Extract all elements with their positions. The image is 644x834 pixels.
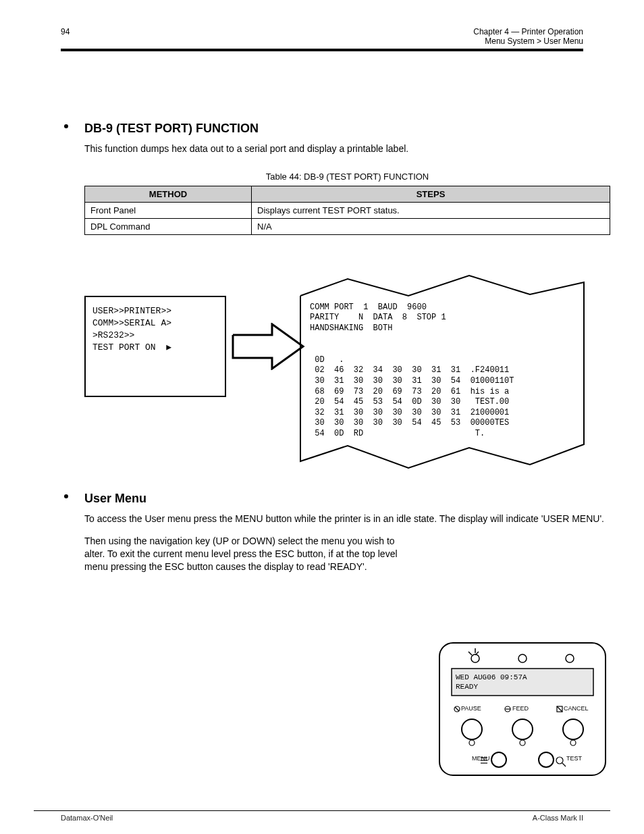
table-block: Table 44: DB-9 (TEST PORT) FUNCTION METH… (84, 172, 610, 235)
footer-rule (34, 810, 610, 811)
col-steps: STEPS (252, 186, 610, 202)
user-menu-paragraph-2: Then using the navigation key (UP or DOW… (84, 535, 408, 573)
cell-method: Front Panel (85, 202, 252, 218)
svg-point-25 (520, 740, 525, 746)
svg-point-11 (491, 752, 506, 767)
page: 94 Chapter 4 — Printer Operation Menu Sy… (0, 0, 644, 834)
cell-method: DPL Command (85, 218, 252, 234)
test-button-label: TEST (566, 755, 582, 762)
lcd-readout: USER>>PRINTER>> COMM>>SERIAL A> >RS232>>… (84, 296, 226, 397)
label-hex-dump: COMM PORT 1 BAUD 9600 PARITY N DATA 8 ST… (310, 303, 574, 440)
table-caption: Table 44: DB-9 (TEST PORT) FUNCTION (84, 172, 610, 182)
svg-point-22 (556, 757, 563, 764)
table-row: Front Panel Displays current TEST PORT s… (85, 202, 610, 218)
cell-steps: N/A (252, 218, 610, 234)
svg-point-26 (570, 740, 576, 746)
feed-button-label: FEED (512, 705, 529, 712)
svg-point-8 (462, 719, 482, 739)
bullet-icon (64, 494, 68, 498)
table-header-row: METHOD STEPS (85, 186, 610, 202)
chapter-title: Chapter 4 — Printer Operation (473, 27, 583, 36)
page-footer: Datamax-O'Neil A-Class Mark II (34, 810, 610, 814)
section-title-user-menu: User Menu (84, 492, 610, 506)
cell-steps: Displays current TEST PORT status. (252, 202, 610, 218)
config-table: METHOD STEPS Front Panel Displays curren… (84, 186, 610, 235)
content-area: DB-9 (TEST PORT) FUNCTION This function … (64, 122, 610, 589)
header-rule (61, 49, 583, 51)
svg-line-18 (557, 706, 562, 712)
page-number: 94 (61, 27, 70, 36)
pause-button-label: PAUSE (461, 705, 481, 712)
footer-left: Datamax-O'Neil (61, 814, 113, 822)
section-user-menu: User Menu To access the User menu press … (64, 492, 610, 573)
bullet-icon (64, 124, 68, 128)
svg-point-12 (539, 752, 554, 767)
section-path: Menu System > User Menu (473, 36, 583, 46)
cancel-button-label: CANCEL (564, 705, 589, 712)
menu-button-label: MENU (472, 755, 490, 762)
user-menu-paragraph-1: To access the User menu press the MENU b… (84, 513, 610, 525)
col-method: METHOD (85, 186, 252, 202)
header-right: Chapter 4 — Printer Operation Menu Syste… (473, 27, 583, 46)
front-panel-illustration: WED AUG06 09:57A READY (438, 642, 607, 777)
footer-right: A-Class Mark II (533, 814, 583, 822)
figure-lcd-to-label: USER>>PRINTER>> COMM>>SERIAL A> >RS232>>… (84, 276, 610, 492)
table-row: DPL Command N/A (85, 218, 610, 234)
section-intro: This function dumps hex data out to a se… (84, 142, 610, 155)
page-header: 94 Chapter 4 — Printer Operation Menu Sy… (34, 27, 610, 68)
svg-point-10 (563, 719, 583, 739)
section-title-db9: DB-9 (TEST PORT) FUNCTION (84, 122, 610, 136)
svg-line-14 (455, 707, 459, 711)
section-db9: DB-9 (TEST PORT) FUNCTION This function … (64, 122, 610, 155)
printed-label: COMM PORT 1 BAUD 9600 PARITY N DATA 8 ST… (294, 269, 591, 475)
svg-point-24 (469, 740, 475, 746)
svg-point-9 (512, 719, 533, 739)
svg-line-23 (562, 763, 566, 766)
